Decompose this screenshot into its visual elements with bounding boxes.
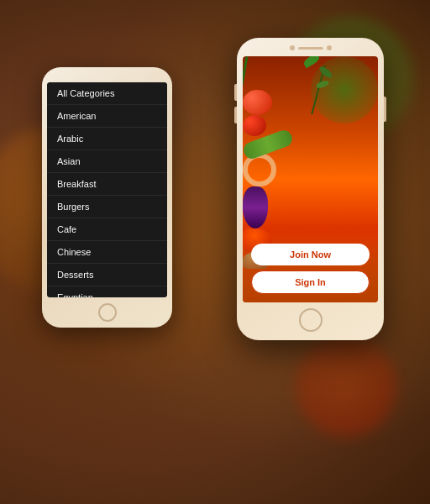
menu-item[interactable]: Desserts bbox=[47, 264, 167, 286]
phone-back-screen: All CategoriesAmericanArabicAsianBreakfa… bbox=[47, 82, 167, 297]
eggplant bbox=[243, 186, 268, 228]
menu-item[interactable]: Chinese bbox=[47, 241, 167, 264]
menu-item[interactable]: Arabic bbox=[47, 128, 167, 150]
menu-list: All CategoriesAmericanArabicAsianBreakfa… bbox=[47, 82, 167, 297]
herb-stem bbox=[243, 56, 248, 90]
volume-up-button[interactable] bbox=[234, 84, 237, 101]
phone-front-screen: Join Now Sign In bbox=[243, 56, 378, 302]
back-phone-home-button[interactable] bbox=[98, 303, 117, 322]
front-phone-home-button[interactable] bbox=[299, 308, 322, 332]
tomato-2 bbox=[243, 115, 266, 136]
phone-back: All CategoriesAmericanArabicAsianBreakfa… bbox=[42, 67, 172, 328]
power-button[interactable] bbox=[384, 97, 386, 122]
phone-front: Join Now Sign In bbox=[237, 38, 384, 340]
menu-item[interactable]: Breakfast bbox=[47, 173, 167, 196]
menu-item[interactable]: American bbox=[47, 105, 167, 128]
volume-down-button[interactable] bbox=[234, 107, 237, 123]
sign-in-button[interactable]: Sign In bbox=[251, 270, 370, 294]
front-camera-icon bbox=[290, 45, 295, 50]
menu-item[interactable]: Asian bbox=[47, 150, 167, 173]
menu-item[interactable]: Egyptian bbox=[47, 286, 167, 297]
sensor-dot bbox=[327, 45, 332, 50]
tomato-1 bbox=[243, 90, 272, 115]
join-now-button[interactable]: Join Now bbox=[251, 244, 370, 265]
menu-item[interactable]: Burgers bbox=[47, 196, 167, 218]
speaker-bar bbox=[298, 47, 323, 50]
food-image: Join Now Sign In bbox=[243, 56, 378, 302]
screen-buttons: Join Now Sign In bbox=[243, 237, 378, 302]
menu-item[interactable]: Cafe bbox=[47, 218, 167, 241]
menu-item[interactable]: All Categories bbox=[47, 82, 167, 105]
phone-top-bar bbox=[290, 45, 332, 51]
phones-wrapper: All CategoriesAmericanArabicAsianBreakfa… bbox=[0, 0, 430, 504]
herb-leaf bbox=[302, 56, 321, 68]
